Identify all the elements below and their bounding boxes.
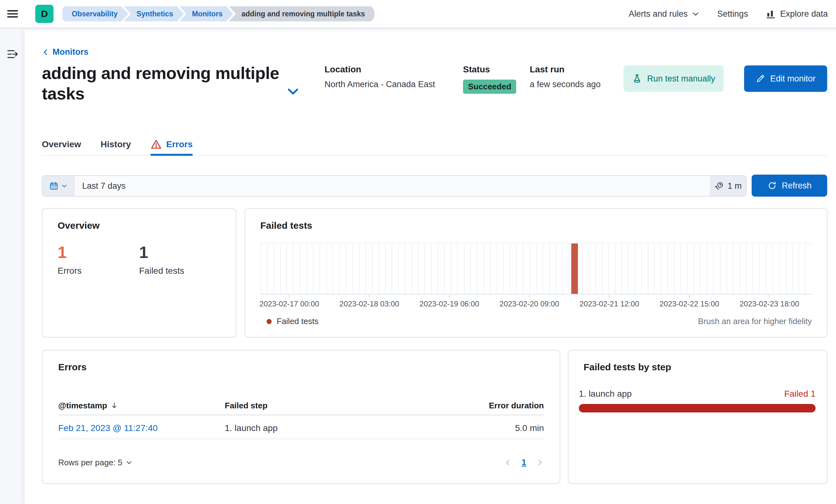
- refresh-button[interactable]: Refresh: [752, 175, 827, 197]
- failed-tests-panel: Failed tests 2023-02-17 00:002023-02-18 …: [245, 208, 828, 337]
- failed-tests-plot[interactable]: [260, 243, 812, 294]
- title-chevron-down-icon[interactable]: [285, 84, 301, 99]
- step-progress-bar: [579, 404, 816, 412]
- back-link-label: Monitors: [53, 47, 89, 57]
- global-header: D Observability Synthetics Monitors addi…: [0, 0, 836, 28]
- page-controls: 1: [504, 458, 544, 467]
- refresh-interval-value: 1 m: [727, 181, 742, 191]
- x-axis-tick-label: 2023-02-20 09:00: [499, 299, 559, 308]
- step-label: 1. launch app: [579, 389, 632, 399]
- synthetics-monitor-errors-page: D Observability Synthetics Monitors addi…: [0, 0, 836, 504]
- errors-metric-value: 1: [58, 244, 139, 261]
- table-pagination: Rows per page: 5 1: [58, 453, 544, 472]
- warning-triangle-icon: [150, 139, 162, 150]
- errors-panel-title: Errors: [58, 362, 544, 372]
- location-meta: Location North America - Canada East: [324, 64, 435, 89]
- bar-chart-icon: [765, 8, 776, 19]
- failed-tests-plot-wrap: [260, 243, 812, 294]
- rows-per-page-label: Rows per page: 5: [58, 458, 122, 467]
- breadcrumb-monitors[interactable]: Monitors: [179, 6, 233, 21]
- back-to-monitors-link[interactable]: Monitors: [42, 47, 89, 57]
- failed-tests-metric-value: 1: [139, 244, 221, 261]
- alerts-and-rules-label: Alerts and rules: [629, 9, 688, 19]
- hamburger-icon: [6, 7, 19, 20]
- x-axis-tick-mark: [769, 295, 770, 298]
- errors-panel: Errors @timestamp Failed step Error dura…: [42, 350, 560, 484]
- breadcrumb-current-monitor: adding and removing multiple tasks: [229, 6, 374, 21]
- status-badge: Succeeded: [463, 80, 516, 94]
- space-avatar[interactable]: D: [35, 5, 54, 23]
- chevron-down-icon: [126, 459, 133, 466]
- tab-history-label: History: [101, 139, 131, 150]
- x-axis-tick-label: 2023-02-17 00:00: [259, 299, 319, 308]
- x-axis-tick-mark: [289, 295, 289, 298]
- x-axis-tick-label: 2023-02-23 18:00: [740, 299, 799, 308]
- step-failed-count: Failed 1: [784, 389, 816, 399]
- failed-tests-bar[interactable]: [571, 244, 578, 294]
- beaker-icon: [632, 74, 642, 84]
- previous-page-button[interactable]: [504, 458, 512, 467]
- brush-hint: Brush an area for higher fidelity: [698, 316, 812, 326]
- tab-errors-label: Errors: [166, 139, 193, 150]
- chevron-left-icon: [42, 49, 50, 56]
- tab-errors[interactable]: Errors: [150, 134, 193, 155]
- errors-table-header: @timestamp Failed step Error duration: [58, 401, 544, 415]
- error-failed-step: 1. launch app: [225, 423, 515, 433]
- calendar-icon: [49, 181, 59, 191]
- status-label: Status: [463, 64, 516, 75]
- timestamp-column-header[interactable]: @timestamp: [58, 401, 225, 411]
- error-duration-value: 5.0 min: [515, 423, 544, 433]
- last-run-meta: Last run a few seconds ago: [530, 64, 601, 89]
- rows-per-page-button[interactable]: Rows per page: 5: [58, 458, 133, 467]
- date-range-value[interactable]: Last 7 days: [75, 176, 710, 196]
- run-test-label: Run test manually: [647, 74, 715, 84]
- last-run-value: a few seconds ago: [530, 80, 601, 89]
- location-label: Location: [324, 64, 435, 75]
- chevron-down-icon: [61, 183, 68, 189]
- x-axis-tick-mark: [449, 295, 450, 298]
- next-page-button[interactable]: [536, 458, 544, 467]
- sort-down-icon: [110, 402, 118, 410]
- run-test-manually-button[interactable]: Run test manually: [624, 65, 724, 92]
- breadcrumb-synthetics[interactable]: Synthetics: [124, 6, 184, 21]
- date-picker-quick-menu[interactable]: [42, 176, 75, 196]
- failed-tests-metric: 1 Failed tests: [139, 244, 221, 276]
- x-axis-tick-label: 2023-02-18 03:00: [340, 299, 399, 308]
- timestamp-column-label: @timestamp: [58, 401, 107, 411]
- failed-tests-chart-title: Failed tests: [260, 220, 812, 231]
- overview-panel: Overview 1 Errors 1 Failed tests: [42, 208, 236, 337]
- page-title: adding and removing multiple tasks: [42, 63, 297, 104]
- edit-monitor-label: Edit monitor: [770, 74, 816, 84]
- breadcrumb: Observability Synthetics Monitors adding…: [62, 6, 375, 21]
- error-row: Feb 21, 2023 @ 11:27:40 1. launch app 5.…: [58, 418, 544, 439]
- expand-sidebar-button[interactable]: [6, 48, 19, 60]
- error-timestamp-link[interactable]: Feb 21, 2023 @ 11:27:40: [58, 423, 225, 433]
- tab-overview[interactable]: Overview: [42, 134, 81, 155]
- status-meta: Status Succeeded: [463, 64, 516, 94]
- edit-monitor-button[interactable]: Edit monitor: [744, 65, 827, 92]
- settings-link[interactable]: Settings: [717, 9, 748, 19]
- alerts-and-rules-menu[interactable]: Alerts and rules: [629, 9, 700, 19]
- failed-tests-metric-label: Failed tests: [139, 266, 221, 276]
- auto-refresh-interval[interactable]: 1 m: [710, 176, 746, 196]
- legend-label[interactable]: Failed tests: [277, 316, 319, 326]
- x-axis-tick-mark: [529, 295, 530, 298]
- x-axis-tick-mark: [609, 295, 610, 298]
- x-axis-tick-label: 2023-02-21 12:00: [580, 299, 639, 308]
- pencil-icon: [756, 74, 765, 83]
- last-run-label: Last run: [530, 64, 601, 75]
- tab-overview-label: Overview: [42, 139, 81, 150]
- x-axis-tick-mark: [689, 295, 690, 298]
- x-axis-tick-label: 2023-02-22 15:00: [660, 299, 719, 308]
- super-date-picker: Last 7 days 1 m: [42, 175, 747, 197]
- errors-metric-label: Errors: [58, 266, 139, 276]
- chevron-down-icon: [691, 10, 700, 18]
- explore-data-link[interactable]: Explore data: [765, 8, 828, 19]
- overview-panel-title: Overview: [58, 220, 221, 231]
- main-menu-button[interactable]: [0, 0, 25, 28]
- errors-metric: 1 Errors: [58, 244, 139, 276]
- tab-history[interactable]: History: [101, 134, 131, 155]
- page-number-1[interactable]: 1: [521, 458, 526, 467]
- breadcrumb-observability[interactable]: Observability: [62, 6, 129, 21]
- time-refresh-icon: [715, 181, 724, 191]
